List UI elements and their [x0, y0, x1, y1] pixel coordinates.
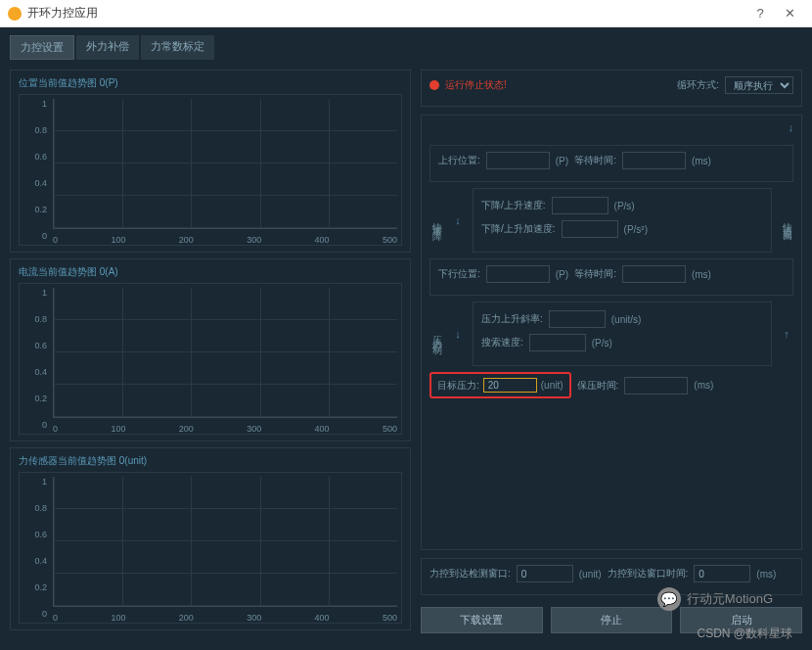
target-press-label: 目标压力:	[437, 379, 479, 393]
arrive-win-unit: (unit)	[579, 569, 602, 580]
chart-title: 位置当前值趋势图 0(P)	[19, 76, 402, 90]
arrive-time-unit: (ms)	[756, 569, 776, 580]
csdn-watermark: CSDN @数科星球	[697, 626, 792, 642]
acc-unit: (P/s²)	[624, 224, 648, 235]
rise-unit: (unit/s)	[611, 314, 642, 325]
acc-input[interactable]	[562, 220, 618, 238]
up-wait-input[interactable]	[622, 152, 686, 169]
speed-label: 下降/上升速度:	[481, 199, 546, 212]
content: 位置当前值趋势图 0(P) 10.80.60.40.20 01002003004…	[0, 64, 812, 643]
arrive-win-input[interactable]	[517, 565, 573, 582]
down-wait-unit: (ms)	[692, 269, 711, 280]
target-row: 目标压力: 20 (unit) 保压时间: (ms)	[429, 372, 793, 398]
chart-panel-position: 位置当前值趋势图 0(P) 10.80.60.40.20 01002003004…	[10, 70, 411, 253]
motion-panel: ↓ 上行位置: (P) 等待时间: (ms) 快速下降 ↓	[421, 115, 802, 550]
rise-label: 压力上升斜率:	[481, 312, 543, 326]
chart-position: 10.80.60.40.20 0100200300400500	[19, 94, 402, 246]
up-pos-unit: (P)	[556, 156, 568, 166]
search-label: 搜索速度:	[481, 336, 523, 349]
chart-force: 10.80.60.40.20 0100200300400500	[19, 472, 402, 624]
press-ctrl-block: 压力控制 ↓ 压力上升斜率: (unit/s) 搜索速度: (P/s)	[429, 302, 793, 366]
hold-label: 保压时间:	[577, 379, 619, 393]
status-text: 运行停止状态!	[445, 78, 507, 92]
chart-panel-force: 力传感器当前值趋势图 0(unit) 10.80.60.40.20 010020…	[10, 447, 411, 630]
target-pressure-highlight: 目标压力: 20 (unit)	[429, 372, 571, 398]
acc-label: 下降/上升加速度:	[481, 222, 556, 236]
up-pos-label: 上行位置:	[438, 154, 480, 167]
y-axis-labels: 10.80.60.40.20	[20, 473, 49, 623]
down-arrow-icon: ↓	[789, 121, 794, 133]
x-axis-labels: 0100200300400500	[53, 613, 397, 623]
press-params-panel: 压力上升斜率: (unit/s) 搜索速度: (P/s)	[473, 302, 772, 366]
tab-ext-force-comp[interactable]: 外力补偿	[76, 35, 139, 60]
loop-mode-select[interactable]: 顺序执行	[725, 76, 793, 94]
search-input[interactable]	[529, 334, 586, 351]
speed-unit: (P/s)	[614, 201, 635, 211]
hold-input[interactable]	[624, 377, 688, 395]
down-pos-label: 下行位置:	[438, 267, 480, 281]
wechat-text: 行动元MotionG	[687, 590, 773, 608]
down-wait-input[interactable]	[622, 265, 686, 283]
fast-down-label: 快速下降	[429, 214, 443, 226]
hold-unit: (ms)	[694, 380, 713, 391]
search-unit: (P/s)	[592, 338, 612, 348]
help-button[interactable]: ?	[745, 6, 775, 21]
titlebar: 开环力控应用 ? ✕	[0, 0, 812, 27]
x-axis-labels: 0100200300400500	[53, 424, 397, 434]
status-panel: 运行停止状态! 循环方式: 顺序执行	[421, 70, 802, 107]
speed-panel: 下降/上升速度: (P/s) 下降/上升加速度: (P/s²)	[473, 188, 772, 253]
up-wait-label: 等待时间:	[574, 154, 616, 167]
press-ctrl-label: 压力控制	[429, 328, 443, 340]
download-button[interactable]: 下载设置	[421, 607, 543, 633]
arrive-time-input[interactable]	[694, 565, 750, 582]
y-axis-labels: 10.80.60.40.20	[20, 95, 49, 245]
loop-mode-label: 循环方式:	[677, 78, 719, 92]
up-position-row: 上行位置: (P) 等待时间: (ms)	[429, 145, 793, 182]
up-pos-input[interactable]	[486, 152, 550, 169]
chart-title: 电流当前值趋势图 0(A)	[19, 265, 402, 279]
y-axis-labels: 10.80.60.40.20	[20, 284, 49, 434]
chart-panel-current: 电流当前值趋势图 0(A) 10.80.60.40.20 01002003004…	[10, 258, 411, 441]
close-button[interactable]: ✕	[775, 6, 804, 21]
arrive-win-label: 力控到达检测窗口:	[429, 567, 511, 580]
settings-column: 运行停止状态! 循环方式: 顺序执行 ↓ 上行位置: (P) 等待时间: (ms…	[421, 70, 802, 637]
arrive-time-label: 力控到达窗口时间:	[608, 567, 689, 580]
down-position-row: 下行位置: (P) 等待时间: (ms)	[429, 258, 793, 296]
x-axis-labels: 0100200300400500	[53, 235, 397, 245]
plot-area	[53, 99, 397, 229]
app-icon	[8, 7, 22, 21]
wechat-icon: 💬	[657, 587, 681, 611]
speed-input[interactable]	[552, 197, 609, 214]
down-wait-label: 等待时间:	[574, 267, 616, 281]
target-press-unit: (unit)	[541, 380, 564, 391]
fast-down-block: 快速下降 ↓ 下降/上升速度: (P/s) 下降/上升加速度: (P/s²)	[429, 188, 793, 253]
window-title: 开环力控应用	[27, 5, 745, 22]
status-indicator-icon	[429, 80, 439, 90]
tab-force-const-calib[interactable]: 力常数标定	[141, 35, 214, 60]
rise-input[interactable]	[549, 310, 606, 328]
down-pos-input[interactable]	[486, 265, 550, 283]
plot-area	[53, 288, 397, 418]
app-body: 力控设置 外力补偿 力常数标定 位置当前值趋势图 0(P) 10.80.60.4…	[0, 27, 812, 650]
tab-bar: 力控设置 外力补偿 力常数标定	[0, 27, 812, 64]
target-press-input[interactable]: 20	[483, 378, 537, 393]
down-pos-unit: (P)	[556, 269, 568, 280]
plot-area	[53, 477, 397, 607]
down-arrow-icon: ↓	[455, 214, 461, 226]
wechat-watermark: 💬 行动元MotionG	[657, 587, 773, 611]
chart-title: 力传感器当前值趋势图 0(unit)	[19, 454, 402, 468]
tab-force-settings[interactable]: 力控设置	[10, 35, 74, 60]
down-arrow-icon: ↓	[455, 328, 461, 340]
stop-button[interactable]: 停止	[551, 607, 673, 633]
charts-column: 位置当前值趋势图 0(P) 10.80.60.40.20 01002003004…	[10, 70, 411, 637]
up-arrow-icon: ↑	[784, 328, 789, 340]
fast-return-label: 快速返回	[780, 214, 793, 226]
up-wait-unit: (ms)	[692, 156, 711, 166]
chart-current: 10.80.60.40.20 0100200300400500	[19, 283, 402, 435]
